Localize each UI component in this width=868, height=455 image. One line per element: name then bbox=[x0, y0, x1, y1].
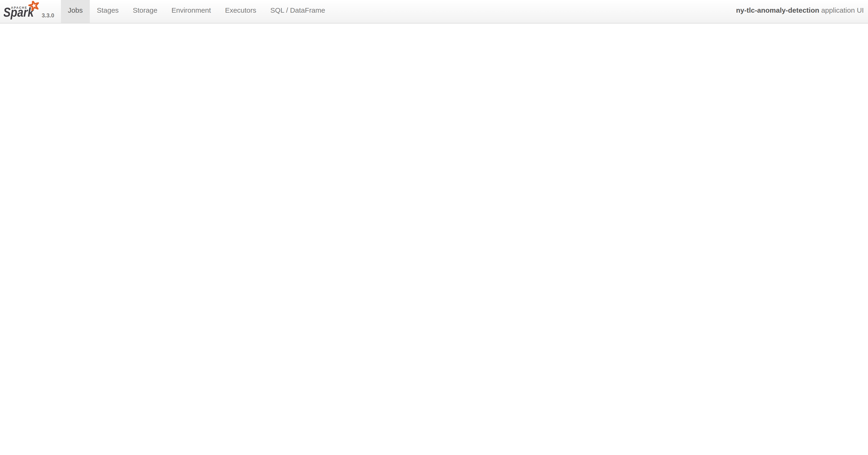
svg-text:Spark: Spark bbox=[4, 5, 34, 20]
